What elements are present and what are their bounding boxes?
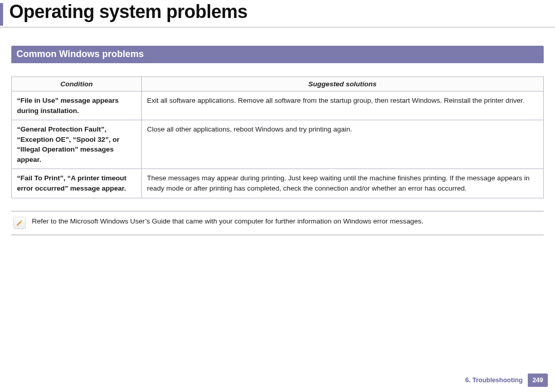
col-header-condition: Condition [12,77,142,91]
condition-cell: “File in Use” message appears during ins… [12,91,142,120]
section-heading: Common Windows problems [11,46,544,63]
table-row: “File in Use” message appears during ins… [12,91,544,120]
problems-table: Condition Suggested solutions “File in U… [11,77,544,198]
condition-cell: “General Protection Fault”, “Exception O… [12,120,142,169]
footer-page-number: 249 [528,374,548,387]
page-footer: 6. Troubleshooting 249 [465,374,548,387]
section-common-windows-problems: Common Windows problems [11,46,544,63]
title-accent-bar [0,3,3,26]
solution-cell: Exit all software applications. Remove a… [142,91,544,120]
page-title: Operating system problems [0,0,555,27]
solution-cell: Close all other applications, reboot Win… [142,120,544,169]
solution-cell: These messages may appear during printin… [142,169,544,198]
title-underline [0,27,555,28]
table-row: “General Protection Fault”, “Exception O… [12,120,544,169]
note-block: Refer to the Microsoft Windows User’s Gu… [11,211,544,236]
table-header-row: Condition Suggested solutions [12,77,544,91]
condition-cell: “Fail To Print”, “A printer timeout erro… [12,169,142,198]
page-header: Operating system problems [0,0,555,31]
note-rule-bottom [11,234,544,236]
col-header-solution: Suggested solutions [142,77,544,91]
note-text: Refer to the Microsoft Windows User’s Gu… [32,216,423,227]
table-row: “Fail To Print”, “A printer timeout erro… [12,169,544,198]
pencil-icon [16,219,23,227]
note-icon [13,217,26,229]
footer-chapter: 6. Troubleshooting [465,374,528,387]
